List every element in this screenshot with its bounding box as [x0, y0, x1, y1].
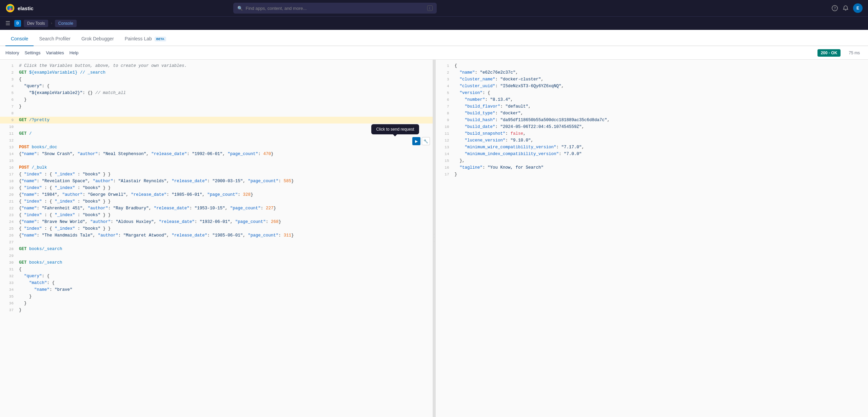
editor-line: 32 "query": { — [0, 273, 433, 280]
top-bar-right-actions: ? E — [831, 3, 863, 13]
response-line: 12 "lucene_version": "9.10.0", — [436, 137, 868, 144]
response-line: 13 "minimum_wire_compatibility_version":… — [436, 144, 868, 151]
editor-line: 36 } — [0, 300, 433, 307]
app-breadcrumb-bar: ☰ D Dev Tools › Console — [0, 16, 868, 30]
action-buttons-container: ▶ 🔧 — [412, 137, 430, 145]
response-line: 5 "version": { — [436, 90, 868, 96]
history-button[interactable]: History — [5, 49, 19, 57]
editor-line: 20 {"name": "1984", "author": "George Or… — [0, 191, 433, 198]
editor-line: 2 GET ${exampleVariable1} // _search — [0, 69, 433, 76]
editor-line: 7 } — [0, 103, 433, 110]
help-button[interactable]: Help — [70, 49, 79, 57]
wrench-button[interactable]: 🔧 — [422, 137, 430, 145]
response-code-area: 1 { 2 "name": "e62c76e2c37c", 3 "cluster… — [436, 60, 868, 181]
editor-line: 4 "query": { — [0, 83, 433, 90]
editor-line: 3 { — [0, 76, 433, 83]
editor-line: 16 POST /_bulk — [0, 164, 433, 171]
user-avatar[interactable]: E — [853, 3, 863, 13]
top-navigation-bar: elastic 🔍 /. ? E — [0, 0, 868, 16]
response-line: 1 { — [436, 62, 868, 69]
response-line: 6 "number": "8.13.4", — [436, 96, 868, 103]
elastic-logo-text: elastic — [18, 5, 34, 11]
tab-bar: Console Search Profiler Grok Debugger Pa… — [0, 30, 868, 46]
response-line: 2 "name": "e62c76e2c37c", — [436, 69, 868, 76]
send-request-tooltip: Click to send request — [371, 124, 419, 134]
editor-line: 5 "${exampleVariable2}": {} // match_all — [0, 90, 433, 96]
panel-resizer[interactable]: · · · — [433, 60, 436, 417]
editor-line: 19 { "index" : { "_index" : "books" } } — [0, 185, 433, 191]
beta-badge: BETA — [155, 37, 166, 41]
response-line: 10 "build_date": "2024-05-06T22:04:45.10… — [436, 124, 868, 130]
editor-line: 13 POST books/_doc — [0, 144, 433, 151]
settings-button[interactable]: Settings — [24, 49, 40, 57]
breadcrumb-separator: › — [51, 21, 52, 25]
global-search-input[interactable] — [245, 6, 425, 11]
editor-line: 25 { "index" : { "_index" : "books" } } — [0, 225, 433, 232]
response-line: 9 "build_hash": "da95df118650b55a500dcc1… — [436, 117, 868, 124]
editor-code-area[interactable]: 1 # Click the Variables button, above, t… — [0, 60, 433, 316]
response-time-badge: 75 ms — [846, 49, 863, 57]
editor-line: 37 } — [0, 307, 433, 314]
editor-line: 22 {"name": "Fahrenheit 451", "author": … — [0, 205, 433, 212]
notifications-icon[interactable] — [842, 5, 849, 12]
editor-line: 30 GET books/_search — [0, 259, 433, 266]
response-line: 14 "minimum_index_compatibility_version"… — [436, 151, 868, 157]
breadcrumb-devtools[interactable]: Dev Tools — [24, 20, 48, 27]
response-panel: 1 { 2 "name": "e62c76e2c37c", 3 "cluster… — [436, 60, 868, 417]
search-icon: 🔍 — [237, 6, 243, 11]
editor-line: 1 # Click the Variables button, above, t… — [0, 62, 433, 69]
editor-line: 24 {"name": "Brave New World", "author":… — [0, 219, 433, 225]
editor-line: 18 {"name": "Revelation Space", "author"… — [0, 178, 433, 185]
main-content-area: Click to send request ▶ 🔧 1 # Click the … — [0, 60, 868, 417]
editor-line: 26 {"name": "The Handmaids Tale", "autho… — [0, 232, 433, 239]
response-line: 16 "tagline": "You Know, for Search" — [436, 164, 868, 171]
editor-line: 15 — [0, 157, 433, 164]
editor-line: 23 { "index" : { "_index" : "books" } } — [0, 212, 433, 219]
editor-line: 28 GET books/_search — [0, 246, 433, 252]
editor-line: 17 { "index" : { "_index" : "books" } } — [0, 171, 433, 178]
global-search-bar[interactable]: 🔍 /. — [233, 3, 437, 14]
svg-text:?: ? — [834, 6, 836, 10]
response-line: 7 "build_flavor": "default", — [436, 103, 868, 110]
status-code-badge: 200 - OK — [817, 49, 841, 57]
elastic-logo[interactable]: elastic — [5, 3, 34, 13]
response-line: 4 "cluster_uuid": "I5deNzxST3-6Qy6YZ6xqN… — [436, 83, 868, 90]
variables-button[interactable]: Variables — [46, 49, 64, 57]
tooltip-text: Click to send request — [371, 124, 419, 134]
response-line: 8 "build_type": "docker", — [436, 110, 868, 117]
response-line: 15 }, — [436, 157, 868, 164]
editor-line: 11 GET / — [0, 130, 433, 137]
hamburger-menu-button[interactable]: ☰ — [4, 19, 12, 28]
dev-tools-icon: D — [14, 20, 21, 27]
run-request-button[interactable]: ▶ — [412, 137, 420, 145]
tab-painless-lab[interactable]: Painless Lab BETA — [119, 32, 172, 46]
elastic-logo-icon — [5, 3, 15, 13]
editor-line: 8 — [0, 110, 433, 117]
tab-grok-debugger[interactable]: Grok Debugger — [76, 32, 119, 46]
tab-console[interactable]: Console — [5, 32, 34, 46]
svg-point-3 — [7, 6, 9, 10]
console-toolbar: History Settings Variables Help 200 - OK… — [0, 46, 868, 60]
editor-line: 27 — [0, 239, 433, 246]
breadcrumb-console[interactable]: Console — [55, 20, 77, 27]
svg-point-4 — [11, 6, 13, 10]
help-icon[interactable]: ? — [831, 5, 838, 12]
tab-search-profiler[interactable]: Search Profiler — [34, 32, 76, 46]
editor-line: 6 } — [0, 96, 433, 103]
editor-line: 34 "name": "brave" — [0, 286, 433, 293]
editor-line: 29 — [0, 252, 433, 259]
response-line: 11 "build_snapshot": false, — [436, 130, 868, 137]
response-line: 17 } — [436, 171, 868, 178]
editor-panel[interactable]: Click to send request ▶ 🔧 1 # Click the … — [0, 60, 433, 417]
editor-line: 12 — [0, 137, 433, 144]
editor-line: 35 } — [0, 293, 433, 300]
editor-line: 10 — [0, 124, 433, 130]
editor-line: 21 { "index" : { "_index" : "books" } } — [0, 198, 433, 205]
search-shortcut-badge: /. — [427, 5, 433, 11]
editor-line: 31 { — [0, 266, 433, 273]
editor-line: 9 GET /?pretty — [0, 117, 433, 124]
response-line: 3 "cluster_name": "docker-cluster", — [436, 76, 868, 83]
editor-line: 33 "match": { — [0, 280, 433, 286]
editor-line: 14 {"name": "Snow Crash", "author": "Nea… — [0, 151, 433, 157]
